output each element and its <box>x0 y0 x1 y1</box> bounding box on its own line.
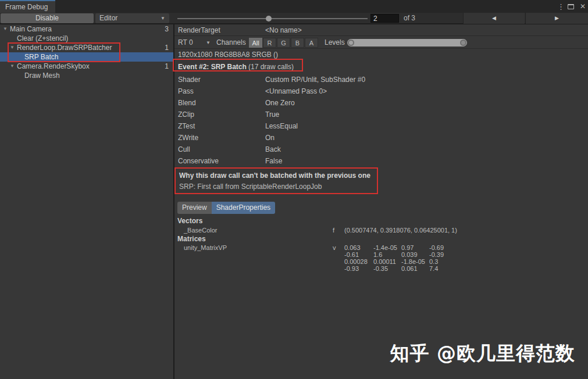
menu-icon[interactable]: ⋮ <box>557 2 562 11</box>
event-total-label: of 3 <box>404 13 415 24</box>
event-slider-thumb[interactable] <box>266 16 272 22</box>
table-row: Blend One Zero <box>174 97 588 109</box>
rt-dropdown[interactable]: RT 0 ▼ <box>178 37 213 49</box>
matrix-values: 0.063 -1.4e-05 0.97 -0.69 -0.61 1.6 0.03… <box>344 244 455 272</box>
chevron-down-icon: ▼ <box>161 13 165 23</box>
matrix-cell: 0.00011 <box>373 258 401 265</box>
prop-label: ZWrite <box>178 132 198 144</box>
matrix-cell: 0.3 <box>429 258 455 265</box>
table-row: Pass <Unnamed Pass 0> <box>174 85 588 97</box>
table-row: ZTest LessEqual <box>174 120 588 132</box>
foldout-triangle-icon[interactable]: ▼ <box>3 24 8 34</box>
tree-item-renderloop-drawsrpbatcher[interactable]: ▼ RenderLoop.DrawSRPBatcher 1 <box>0 43 173 52</box>
next-arrow-icon: ▶ <box>555 15 559 21</box>
levels-min-handle[interactable] <box>348 40 354 46</box>
tree-item-draw-mesh[interactable]: Draw Mesh <box>0 71 173 80</box>
foldout-triangle-icon[interactable]: ▼ <box>10 43 15 52</box>
channel-button-g[interactable]: G <box>277 38 290 48</box>
channels-levels-row: RT 0 ▼ Channels All R G B A Levels <box>174 37 588 49</box>
channels-label: Channels <box>216 37 246 49</box>
vector-value: (0.5007474, 0.3918076, 0.06425001, 1) <box>344 226 457 234</box>
table-row: Shader Custom RP/Unlit, SubShader #0 <box>174 74 588 85</box>
prop-value: LessEqual <box>265 120 298 132</box>
matrix-cell: 0.061 <box>401 265 429 272</box>
window-controls: ⋮ ✕ <box>557 0 586 13</box>
prop-label: Blend <box>178 97 196 109</box>
tree-item-clear[interactable]: Clear (Z+stencil) <box>0 34 173 43</box>
matrix-cell: -0.61 <box>344 251 373 258</box>
levels-max-handle[interactable] <box>460 40 466 46</box>
table-row: Cull Back <box>174 144 588 155</box>
tab-shader-properties[interactable]: ShaderProperties <box>212 202 275 214</box>
channel-button-a[interactable]: A <box>305 38 318 48</box>
event-draw-calls: (17 draw calls) <box>248 60 294 73</box>
matrix-cell: -0.93 <box>344 265 373 272</box>
prop-label: Pass <box>178 85 194 97</box>
render-target-value: <No name> <box>265 24 302 36</box>
frame-debug-tab[interactable]: Frame Debug <box>0 0 55 13</box>
channel-button-b[interactable]: B <box>291 38 304 48</box>
batching-note-body: SRP: First call from ScriptableRenderLoo… <box>179 181 377 192</box>
prop-value: False <box>265 155 282 167</box>
disable-button[interactable]: Disable <box>1 13 94 23</box>
chevron-down-icon: ▼ <box>206 37 211 49</box>
tree-item-label: Camera.RenderSkybox <box>17 62 90 71</box>
channel-button-r[interactable]: R <box>263 38 276 48</box>
toolbar: Disable Editor ▼ of 3 ◀ ▶ <box>0 13 588 24</box>
table-row: Conservative False <box>174 155 588 167</box>
tree-item-label: Main Camera <box>10 24 52 34</box>
matrix-cell: 0.063 <box>344 244 373 251</box>
matrix-type: v <box>333 244 336 251</box>
batching-note-title: Why this draw call can't be batched with… <box>179 170 377 181</box>
shader-state-table: Shader Custom RP/Unlit, SubShader #0 Pas… <box>174 74 588 167</box>
prop-label: ZClip <box>178 109 194 120</box>
target-dropdown-value: Editor <box>99 14 117 22</box>
tree-item-srp-batch[interactable]: SRP Batch <box>0 52 173 62</box>
prop-value: <Unnamed Pass 0> <box>265 85 327 97</box>
tree-item-count: 1 <box>165 43 169 52</box>
event-title: Event #2: SRP Batch <box>178 63 247 71</box>
matrix-cell: -1.4e-05 <box>373 244 401 251</box>
tree-item-count: 3 <box>165 24 169 34</box>
table-row: ZClip True <box>174 109 588 120</box>
vectors-header: Vectors <box>177 216 202 226</box>
prop-value: Back <box>265 144 281 155</box>
title-bar: Frame Debug ⋮ ✕ <box>0 0 588 13</box>
target-dropdown[interactable]: Editor ▼ <box>95 13 169 23</box>
matrices-header: Matrices <box>177 234 206 244</box>
vector-name: _BaseColor <box>184 226 217 234</box>
tree-item-label: SRP Batch <box>24 52 58 62</box>
channel-button-all[interactable]: All <box>249 38 262 48</box>
matrix-cell: -0.35 <box>373 265 401 272</box>
maximize-icon[interactable] <box>568 4 574 9</box>
event-slider[interactable] <box>177 13 368 24</box>
tree-item-camera-renderskybox[interactable]: ▼ Camera.RenderSkybox 1 <box>0 62 173 71</box>
prop-value: True <box>265 109 279 120</box>
prop-value: On <box>265 132 275 144</box>
frame-debug-tab-label: Frame Debug <box>5 3 48 11</box>
matrix-cell: -0.69 <box>429 244 455 251</box>
render-target-label: RenderTarget <box>178 24 220 36</box>
next-event-button[interactable]: ▶ <box>526 13 588 24</box>
matrix-cell: -0.39 <box>429 251 455 258</box>
event-number-field[interactable] <box>370 14 399 23</box>
event-detail-panel: RenderTarget <No name> RT 0 ▼ Channels A… <box>174 24 588 379</box>
matrix-cell: 0.97 <box>401 244 429 251</box>
prop-label: Cull <box>178 144 190 155</box>
preview-tabs: Preview ShaderProperties <box>177 202 275 214</box>
vector-type: f <box>333 226 334 234</box>
prop-label: Shader <box>178 74 201 85</box>
prop-value: Custom RP/Unlit, SubShader #0 <box>265 74 365 85</box>
tree-item-label: Clear (Z+stencil) <box>17 34 68 43</box>
matrix-cell: 7.4 <box>429 265 455 272</box>
frame-debugger-window: Frame Debug ⋮ ✕ Disable Editor ▼ of 3 ◀ … <box>0 0 588 379</box>
levels-slider[interactable] <box>347 39 467 47</box>
table-row: ZWrite On <box>174 132 588 144</box>
render-target-row: RenderTarget <No name> <box>174 24 588 36</box>
tree-item-main-camera[interactable]: ▼ Main Camera 3 <box>0 24 173 34</box>
tab-preview[interactable]: Preview <box>177 202 212 214</box>
previous-event-button[interactable]: ◀ <box>464 13 525 24</box>
close-icon[interactable]: ✕ <box>580 2 586 10</box>
foldout-triangle-icon[interactable]: ▼ <box>10 62 15 71</box>
matrix-name: unity_MatrixVP <box>184 244 227 251</box>
